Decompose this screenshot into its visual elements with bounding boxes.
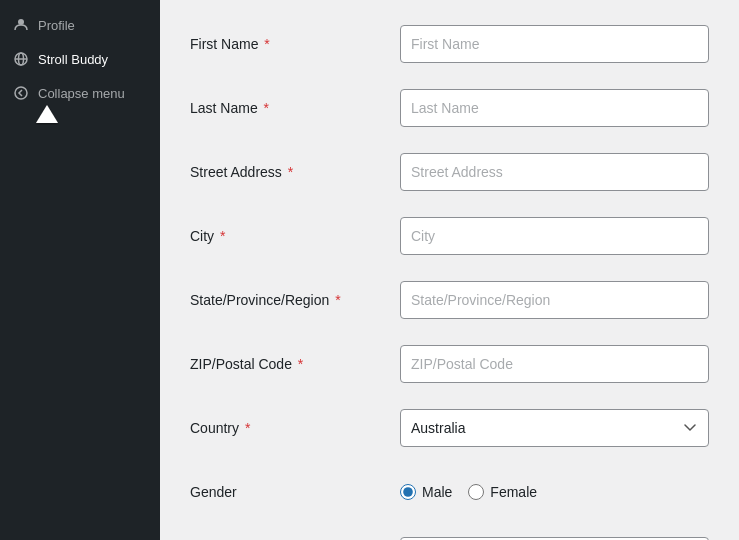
radio-label-female[interactable]: Female xyxy=(468,484,537,500)
input-zip[interactable] xyxy=(400,345,709,383)
svg-point-0 xyxy=(18,19,24,25)
sidebar: Profile Stroll Buddy Collapse menu xyxy=(0,0,160,540)
radio-label-male[interactable]: Male xyxy=(400,484,452,500)
label-last-name: Last Name * xyxy=(190,100,400,116)
radio-male-label: Male xyxy=(422,484,452,500)
input-city[interactable] xyxy=(400,217,709,255)
sidebar-item-stroll-buddy[interactable]: Stroll Buddy xyxy=(0,42,160,76)
label-gender: Gender xyxy=(190,484,400,500)
sidebar-item-profile[interactable]: Profile xyxy=(0,8,160,42)
sidebar-item-label: Profile xyxy=(38,18,75,33)
sidebar-item-label: Collapse menu xyxy=(38,86,125,101)
form-row-country: Country * Australia United States United… xyxy=(190,404,709,452)
globe-icon xyxy=(12,50,30,68)
form-row-first-name: First Name * xyxy=(190,20,709,68)
radio-group-gender: Male Female xyxy=(400,484,709,500)
label-country: Country * xyxy=(190,420,400,436)
circle-arrow-icon xyxy=(12,84,30,102)
label-street-address: Street Address * xyxy=(190,164,400,180)
select-country[interactable]: Australia United States United Kingdom C… xyxy=(400,409,709,447)
label-city: City * xyxy=(190,228,400,244)
required-star: * xyxy=(294,356,303,372)
main-content: First Name * Last Name * Street Address … xyxy=(160,0,739,540)
input-first-name[interactable] xyxy=(400,25,709,63)
input-last-name[interactable] xyxy=(400,89,709,127)
form-row-dob: Date of Birth * xyxy=(190,532,709,540)
required-star: * xyxy=(331,292,340,308)
form-row-city: City * xyxy=(190,212,709,260)
required-star: * xyxy=(216,228,225,244)
radio-female-label: Female xyxy=(490,484,537,500)
label-state: State/Province/Region * xyxy=(190,292,400,308)
label-zip: ZIP/Postal Code * xyxy=(190,356,400,372)
input-street-address[interactable] xyxy=(400,153,709,191)
form-row-last-name: Last Name * xyxy=(190,84,709,132)
person-icon xyxy=(12,16,30,34)
form-row-zip: ZIP/Postal Code * xyxy=(190,340,709,388)
form-row-street-address: Street Address * xyxy=(190,148,709,196)
radio-female[interactable] xyxy=(468,484,484,500)
form-row-state: State/Province/Region * xyxy=(190,276,709,324)
sidebar-item-collapse-menu[interactable]: Collapse menu xyxy=(0,76,160,110)
required-star: * xyxy=(284,164,293,180)
input-state[interactable] xyxy=(400,281,709,319)
required-star: * xyxy=(241,420,250,436)
svg-point-4 xyxy=(15,87,27,99)
required-star: * xyxy=(260,36,269,52)
required-star: * xyxy=(260,100,269,116)
sidebar-item-label: Stroll Buddy xyxy=(38,52,108,67)
label-first-name: First Name * xyxy=(190,36,400,52)
form-row-gender: Gender Male Female xyxy=(190,468,709,516)
radio-male[interactable] xyxy=(400,484,416,500)
